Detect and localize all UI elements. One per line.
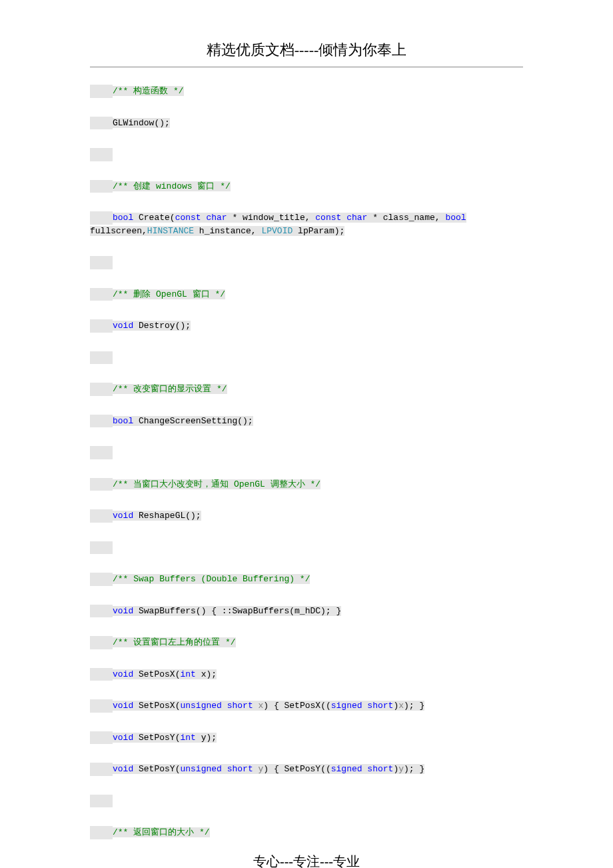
code-line — [90, 795, 523, 808]
code-text: SwapBuffers() { ::SwapBuffers(m_hDC); } — [133, 606, 341, 616]
code-line: void SetPosX(unsigned short x) { SetPosX… — [90, 699, 523, 713]
code-text: Destroy(); — [133, 321, 191, 331]
comment: /** 当窗口大小改变时，通知 OpenGL 调整大小 */ — [113, 479, 320, 489]
comment: /** 改变窗口的显示设置 */ — [113, 384, 227, 394]
keyword: short — [367, 701, 393, 711]
document-page: 精选优质文档-----倾情为你奉上 /** 构造函数 */ GLWindow()… — [0, 0, 613, 868]
code-text: h_instance, — [194, 226, 261, 236]
keyword: const — [175, 213, 201, 223]
code-text: ReshapeGL(); — [133, 511, 201, 521]
keyword: const — [315, 213, 341, 223]
keyword: void — [113, 511, 133, 521]
code-text: y); — [196, 733, 217, 743]
code-text: ) { SetPosY(( — [263, 764, 330, 774]
code-text: x); — [196, 669, 217, 679]
code-line: void SetPosX(int x); — [90, 668, 523, 681]
code-line — [90, 148, 523, 161]
code-text — [222, 764, 227, 774]
keyword: void — [113, 733, 133, 743]
code-line — [90, 256, 523, 269]
page-header: 精选优质文档-----倾情为你奉上 — [90, 40, 523, 67]
code-text: SetPosX( — [133, 669, 180, 679]
code-text: * class_name, — [367, 213, 445, 223]
code-text — [222, 701, 227, 711]
identifier: y — [398, 764, 404, 774]
keyword: int — [180, 733, 195, 743]
code-text: lpParam); — [293, 226, 344, 236]
keyword: short — [227, 764, 253, 774]
identifier: x — [398, 701, 404, 711]
code-line: /** 设置窗口左上角的位置 */ — [90, 636, 523, 649]
code-text: fullscreen, — [90, 226, 147, 236]
code-text: SetPosY( — [133, 733, 180, 743]
code-text: ) { SetPosX(( — [263, 701, 330, 711]
code-text: ); } — [404, 701, 424, 711]
code-line: void ReshapeGL(); — [90, 509, 523, 523]
code-line: void Destroy(); — [90, 319, 523, 333]
code-text: GLWindow(); — [113, 118, 170, 128]
comment: /** 返回窗口的大小 */ — [113, 827, 210, 837]
code-line — [90, 446, 523, 459]
code-text: SetPosY( — [133, 764, 180, 774]
code-line: /** 返回窗口的大小 */ — [90, 826, 523, 839]
code-text — [253, 701, 259, 711]
code-line: void SwapBuffers() { ::SwapBuffers(m_hDC… — [90, 605, 523, 618]
keyword: unsigned — [180, 764, 221, 774]
keyword: short — [367, 764, 393, 774]
type: HINSTANCE — [147, 226, 194, 236]
code-line: void SetPosY(int y); — [90, 731, 523, 745]
keyword: int — [180, 669, 195, 679]
code-line: void SetPosY(unsigned short y) { SetPosY… — [90, 763, 523, 776]
code-line: bool Create(const char * window_title, c… — [90, 211, 523, 237]
comment: /** Swap Buffers (Double Buffering) */ — [113, 574, 310, 584]
keyword: void — [113, 321, 133, 331]
keyword: char — [346, 213, 367, 223]
keyword: void — [113, 764, 133, 774]
type: LPVOID — [261, 226, 293, 236]
code-line: /** 创建 windows 窗口 */ — [90, 180, 523, 193]
code-line: /** 构造函数 */ — [90, 85, 523, 98]
code-text — [341, 213, 346, 223]
keyword: void — [113, 669, 133, 679]
code-text: * window_title, — [227, 213, 316, 223]
code-text: ); } — [404, 764, 424, 774]
code-line — [90, 541, 523, 555]
code-line: GLWindow(); — [90, 117, 523, 130]
keyword: unsigned — [180, 701, 221, 711]
code-line: /** 删除 OpenGL 窗口 */ — [90, 288, 523, 301]
code-line: /** 改变窗口的显示设置 */ — [90, 383, 523, 396]
keyword: void — [113, 701, 133, 711]
keyword: short — [227, 701, 253, 711]
code-line: /** Swap Buffers (Double Buffering) */ — [90, 573, 523, 586]
comment: /** 创建 windows 窗口 */ — [113, 181, 231, 191]
code-text: Create( — [133, 213, 175, 223]
code-line — [90, 351, 523, 365]
keyword: void — [113, 606, 133, 616]
keyword: signed — [331, 764, 362, 774]
page-footer: 专心---专注---专业 — [90, 853, 523, 869]
comment: /** 设置窗口左上角的位置 */ — [113, 637, 236, 647]
code-text — [253, 764, 259, 774]
code-text: ChangeScreenSetting(); — [133, 416, 253, 426]
code-text: SetPosX( — [133, 701, 180, 711]
keyword: char — [206, 213, 227, 223]
comment: /** 构造函数 */ — [113, 86, 184, 96]
keyword: bool — [445, 213, 466, 223]
keyword: bool — [113, 213, 133, 223]
code-line: /** 当窗口大小改变时，通知 OpenGL 调整大小 */ — [90, 478, 523, 491]
keyword: signed — [331, 701, 362, 711]
comment: /** 删除 OpenGL 窗口 */ — [113, 289, 225, 299]
code-line: bool ChangeScreenSetting(); — [90, 415, 523, 428]
keyword: bool — [113, 416, 133, 426]
